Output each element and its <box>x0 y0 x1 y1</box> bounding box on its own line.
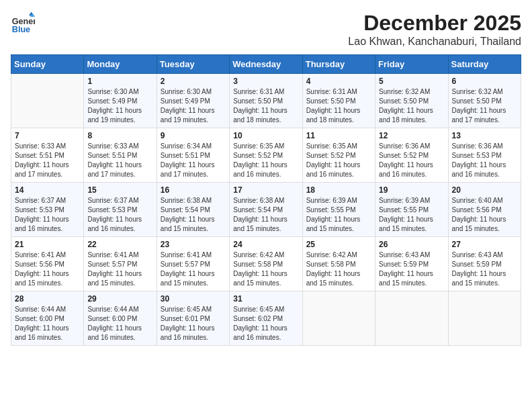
location: Lao Khwan, Kanchanaburi, Thailand <box>348 36 521 48</box>
day-info: Sunrise: 6:37 AMSunset: 5:53 PMDaylight:… <box>87 196 152 234</box>
calendar-cell <box>11 74 84 128</box>
calendar-cell: 21Sunrise: 6:41 AMSunset: 5:56 PMDayligh… <box>11 237 84 291</box>
weekday-header-monday: Monday <box>84 55 157 74</box>
day-number: 30 <box>161 294 226 304</box>
logo-icon: General Blue <box>11 11 35 35</box>
day-number: 20 <box>452 185 517 195</box>
day-number: 7 <box>15 131 80 140</box>
day-number: 2 <box>161 77 226 86</box>
day-number: 5 <box>379 77 444 86</box>
day-number: 24 <box>233 240 298 249</box>
day-info: Sunrise: 6:42 AMSunset: 5:58 PMDaylight:… <box>306 250 371 288</box>
day-info: Sunrise: 6:39 AMSunset: 5:55 PMDaylight:… <box>306 196 371 234</box>
day-info: Sunrise: 6:34 AMSunset: 5:51 PMDaylight:… <box>161 142 226 179</box>
weekday-header-tuesday: Tuesday <box>157 55 229 74</box>
title-section: December 2025 Lao Khwan, Kanchanaburi, T… <box>348 11 521 48</box>
calendar-cell: 10Sunrise: 6:35 AMSunset: 5:52 PMDayligh… <box>230 128 302 183</box>
calendar-cell: 15Sunrise: 6:37 AMSunset: 5:53 PMDayligh… <box>84 183 157 237</box>
day-info: Sunrise: 6:39 AMSunset: 5:55 PMDaylight:… <box>379 196 444 234</box>
day-number: 27 <box>452 240 517 249</box>
day-number: 11 <box>306 131 371 140</box>
day-info: Sunrise: 6:41 AMSunset: 5:57 PMDaylight:… <box>87 250 152 288</box>
calendar-week-row: 7Sunrise: 6:33 AMSunset: 5:51 PMDaylight… <box>11 128 521 183</box>
day-info: Sunrise: 6:33 AMSunset: 5:51 PMDaylight:… <box>87 142 152 179</box>
weekday-header-thursday: Thursday <box>302 55 375 74</box>
calendar-week-row: 21Sunrise: 6:41 AMSunset: 5:56 PMDayligh… <box>11 237 521 291</box>
calendar-cell: 8Sunrise: 6:33 AMSunset: 5:51 PMDaylight… <box>84 128 157 183</box>
calendar-week-row: 1Sunrise: 6:30 AMSunset: 5:49 PMDaylight… <box>11 74 521 128</box>
calendar-cell: 29Sunrise: 6:44 AMSunset: 6:00 PMDayligh… <box>84 291 157 346</box>
calendar-cell: 2Sunrise: 6:30 AMSunset: 5:49 PMDaylight… <box>157 74 229 128</box>
day-number: 16 <box>161 185 226 195</box>
day-number: 28 <box>15 294 80 304</box>
calendar-cell: 27Sunrise: 6:43 AMSunset: 5:59 PMDayligh… <box>448 237 521 291</box>
day-info: Sunrise: 6:42 AMSunset: 5:58 PMDaylight:… <box>233 250 298 288</box>
calendar-cell: 25Sunrise: 6:42 AMSunset: 5:58 PMDayligh… <box>302 237 375 291</box>
calendar-cell: 23Sunrise: 6:41 AMSunset: 5:57 PMDayligh… <box>157 237 229 291</box>
day-info: Sunrise: 6:44 AMSunset: 6:00 PMDaylight:… <box>87 305 152 342</box>
day-info: Sunrise: 6:33 AMSunset: 5:51 PMDaylight:… <box>15 142 80 179</box>
calendar-cell: 16Sunrise: 6:38 AMSunset: 5:54 PMDayligh… <box>157 183 229 237</box>
day-number: 1 <box>87 77 152 86</box>
day-number: 17 <box>233 185 298 195</box>
day-number: 18 <box>306 185 371 195</box>
calendar-cell: 17Sunrise: 6:38 AMSunset: 5:54 PMDayligh… <box>230 183 302 237</box>
calendar-cell: 4Sunrise: 6:31 AMSunset: 5:50 PMDaylight… <box>302 74 375 128</box>
calendar-cell: 26Sunrise: 6:43 AMSunset: 5:59 PMDayligh… <box>375 237 448 291</box>
calendar-cell <box>302 291 375 346</box>
day-info: Sunrise: 6:36 AMSunset: 5:52 PMDaylight:… <box>379 142 444 179</box>
day-info: Sunrise: 6:30 AMSunset: 5:49 PMDaylight:… <box>87 87 152 125</box>
day-info: Sunrise: 6:40 AMSunset: 5:56 PMDaylight:… <box>452 196 517 234</box>
calendar-cell: 11Sunrise: 6:35 AMSunset: 5:52 PMDayligh… <box>302 128 375 183</box>
day-number: 31 <box>233 294 298 304</box>
day-number: 9 <box>161 131 226 140</box>
day-info: Sunrise: 6:32 AMSunset: 5:50 PMDaylight:… <box>452 87 517 125</box>
calendar-cell: 18Sunrise: 6:39 AMSunset: 5:55 PMDayligh… <box>302 183 375 237</box>
calendar-cell: 22Sunrise: 6:41 AMSunset: 5:57 PMDayligh… <box>84 237 157 291</box>
calendar-cell: 9Sunrise: 6:34 AMSunset: 5:51 PMDaylight… <box>157 128 229 183</box>
day-info: Sunrise: 6:32 AMSunset: 5:50 PMDaylight:… <box>379 87 444 125</box>
calendar-cell: 7Sunrise: 6:33 AMSunset: 5:51 PMDaylight… <box>11 128 84 183</box>
day-number: 22 <box>87 240 152 249</box>
day-number: 19 <box>379 185 444 195</box>
weekday-header-friday: Friday <box>375 55 448 74</box>
day-info: Sunrise: 6:45 AMSunset: 6:02 PMDaylight:… <box>233 305 298 342</box>
weekday-header-wednesday: Wednesday <box>230 55 302 74</box>
logo: General Blue <box>11 11 35 35</box>
day-info: Sunrise: 6:38 AMSunset: 5:54 PMDaylight:… <box>161 196 226 234</box>
day-info: Sunrise: 6:35 AMSunset: 5:52 PMDaylight:… <box>233 142 298 179</box>
day-number: 15 <box>87 185 152 195</box>
day-info: Sunrise: 6:35 AMSunset: 5:52 PMDaylight:… <box>306 142 371 179</box>
day-info: Sunrise: 6:43 AMSunset: 5:59 PMDaylight:… <box>452 250 517 288</box>
day-info: Sunrise: 6:31 AMSunset: 5:50 PMDaylight:… <box>306 87 371 125</box>
calendar-week-row: 28Sunrise: 6:44 AMSunset: 6:00 PMDayligh… <box>11 291 521 346</box>
day-number: 25 <box>306 240 371 249</box>
day-info: Sunrise: 6:38 AMSunset: 5:54 PMDaylight:… <box>233 196 298 234</box>
day-number: 29 <box>87 294 152 304</box>
calendar-cell: 13Sunrise: 6:36 AMSunset: 5:53 PMDayligh… <box>448 128 521 183</box>
day-number: 10 <box>233 131 298 140</box>
day-info: Sunrise: 6:45 AMSunset: 6:01 PMDaylight:… <box>161 305 226 342</box>
day-info: Sunrise: 6:31 AMSunset: 5:50 PMDaylight:… <box>233 87 298 125</box>
day-info: Sunrise: 6:37 AMSunset: 5:53 PMDaylight:… <box>15 196 80 234</box>
calendar-cell: 30Sunrise: 6:45 AMSunset: 6:01 PMDayligh… <box>157 291 229 346</box>
weekday-header-sunday: Sunday <box>11 55 84 74</box>
day-number: 13 <box>452 131 517 140</box>
day-number: 26 <box>379 240 444 249</box>
weekday-header-row: SundayMondayTuesdayWednesdayThursdayFrid… <box>11 55 521 74</box>
day-info: Sunrise: 6:30 AMSunset: 5:49 PMDaylight:… <box>161 87 226 125</box>
calendar-week-row: 14Sunrise: 6:37 AMSunset: 5:53 PMDayligh… <box>11 183 521 237</box>
day-info: Sunrise: 6:43 AMSunset: 5:59 PMDaylight:… <box>379 250 444 288</box>
calendar-cell: 20Sunrise: 6:40 AMSunset: 5:56 PMDayligh… <box>448 183 521 237</box>
calendar-cell <box>448 291 521 346</box>
day-info: Sunrise: 6:36 AMSunset: 5:53 PMDaylight:… <box>452 142 517 179</box>
calendar-cell: 14Sunrise: 6:37 AMSunset: 5:53 PMDayligh… <box>11 183 84 237</box>
calendar-cell: 24Sunrise: 6:42 AMSunset: 5:58 PMDayligh… <box>230 237 302 291</box>
day-number: 3 <box>233 77 298 86</box>
calendar-cell: 5Sunrise: 6:32 AMSunset: 5:50 PMDaylight… <box>375 74 448 128</box>
calendar-cell: 12Sunrise: 6:36 AMSunset: 5:52 PMDayligh… <box>375 128 448 183</box>
day-info: Sunrise: 6:41 AMSunset: 5:57 PMDaylight:… <box>161 250 226 288</box>
day-number: 14 <box>15 185 80 195</box>
calendar-table: SundayMondayTuesdayWednesdayThursdayFrid… <box>11 54 521 346</box>
calendar-cell: 6Sunrise: 6:32 AMSunset: 5:50 PMDaylight… <box>448 74 521 128</box>
